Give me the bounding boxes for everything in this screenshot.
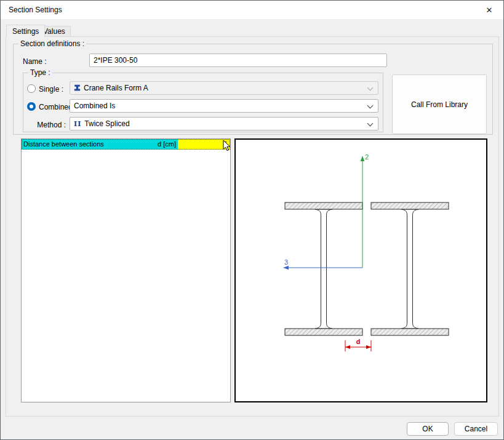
tab-values-label: Values — [43, 27, 65, 36]
ibeam-right — [371, 202, 449, 335]
axis-2-label: 2 — [365, 153, 369, 161]
axis-2-arrow-icon — [361, 156, 364, 161]
name-label: Name : — [23, 57, 47, 66]
titlebar: Section Settings ✕ — [1, 1, 503, 19]
single-radio[interactable] — [27, 84, 36, 93]
single-combobox[interactable]: Crane Rails Form A — [70, 81, 378, 95]
cancel-button[interactable]: Cancel — [454, 422, 498, 436]
mouse-cursor — [223, 140, 231, 152]
call-from-library-label: Call From Library — [411, 100, 468, 109]
section-preview-svg: 2 3 d — [236, 140, 486, 401]
chevron-down-icon — [367, 121, 374, 127]
axis-3-label: 3 — [284, 258, 288, 266]
call-from-library-button[interactable]: Call From Library — [392, 74, 487, 134]
axis-3-arrow-icon — [283, 266, 289, 270]
name-input[interactable] — [89, 54, 387, 67]
ibeam-right-web — [401, 209, 418, 329]
preview-panel: 2 3 d — [234, 138, 487, 402]
ibeam-left-bottom-flange — [285, 329, 362, 335]
combined-combobox[interactable]: Combined Is — [70, 99, 378, 113]
property-row[interactable]: Distance between sections d [cm] 5 — [22, 139, 230, 150]
ibeam-left-top-flange — [285, 202, 362, 209]
window-title: Section Settings — [9, 6, 62, 14]
section-definitions-label: Section definitions : — [18, 39, 86, 48]
section-settings-dialog: Section Settings ✕ Settings Values Secti… — [0, 0, 504, 440]
ok-button[interactable]: OK — [407, 422, 449, 436]
chevron-down-icon — [367, 103, 374, 109]
method-combobox-value: Twice Spliced — [84, 119, 129, 128]
crane-rail-icon — [74, 84, 81, 92]
type-label: Type : — [28, 68, 52, 77]
ibeam-left — [285, 202, 362, 335]
cancel-button-label: Cancel — [465, 425, 487, 433]
dimension-arrow-right-icon — [366, 345, 371, 349]
ibeam-right-bottom-flange — [371, 329, 449, 335]
single-combobox-value: Crane Rails Form A — [84, 84, 148, 92]
ibeam-right-top-flange — [371, 202, 449, 209]
single-label: Single : — [39, 85, 63, 94]
tab-settings-label: Settings — [12, 27, 39, 36]
ibeam-left-web — [315, 209, 332, 329]
close-button[interactable]: ✕ — [476, 1, 503, 18]
combined-combobox-value: Combined Is — [74, 102, 115, 110]
tab-settings[interactable]: Settings — [6, 25, 45, 37]
method-combobox[interactable]: II Twice Spliced — [70, 117, 378, 130]
chevron-down-icon — [367, 85, 374, 91]
combined-radio[interactable] — [27, 102, 36, 111]
dimension-label: d — [356, 338, 361, 345]
property-unit-cell: d [cm] — [154, 139, 178, 150]
twin-ibeam-icon: II — [74, 120, 81, 128]
method-label: Method : — [25, 121, 66, 129]
close-icon: ✕ — [486, 6, 493, 15]
ok-button-label: OK — [422, 425, 433, 433]
property-grid: Distance between sections d [cm] 5 — [21, 138, 231, 402]
property-name-cell: Distance between sections — [22, 139, 154, 150]
dimension-arrow-left-icon — [345, 345, 350, 349]
